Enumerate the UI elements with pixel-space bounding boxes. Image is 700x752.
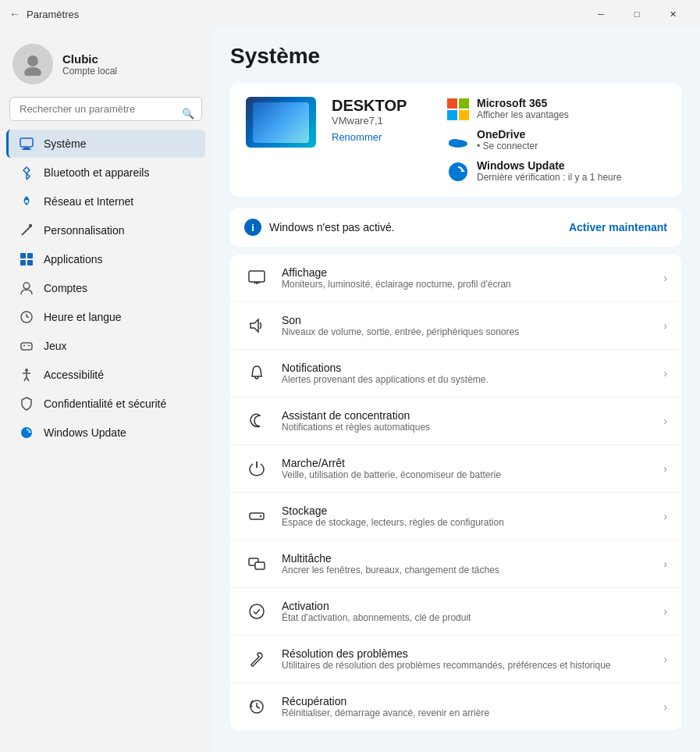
settings-item-desc: Ancrer les fenêtres, bureaux, changement… — [282, 565, 651, 576]
close-button[interactable]: ✕ — [655, 3, 691, 25]
settings-item-text: Assistant de concentrationNotifications … — [282, 409, 651, 433]
settings-item-affichage[interactable]: AffichageMoniteurs, luminosité, éclairag… — [230, 255, 681, 302]
user-type: Compte local — [62, 66, 117, 77]
sidebar-item-accessibilite[interactable]: Accessibilité — [6, 361, 205, 389]
sidebar-item-confidentialite[interactable]: Confidentialité et sécurité — [6, 390, 205, 418]
svg-point-19 — [27, 345, 29, 347]
sidebar-item-applications[interactable]: Applications — [6, 245, 205, 273]
son-icon — [244, 313, 269, 338]
sidebar-item-jeux[interactable]: Jeux — [6, 332, 205, 360]
settings-item-title: Son — [282, 314, 651, 326]
settings-item-activation[interactable]: ActivationÉtat d'activation, abonnements… — [230, 588, 681, 636]
settings-item-text: Résolution des problèmesUtilitaires de r… — [282, 647, 651, 671]
comptes-icon — [19, 280, 34, 296]
settings-item-resolution[interactable]: Résolution des problèmesUtilitaires de r… — [230, 636, 681, 683]
bluetooth-icon — [19, 165, 34, 180]
settings-item-desc: Veille, utilisation de batterie, économi… — [282, 469, 651, 480]
svg-rect-2 — [20, 138, 33, 147]
service-info: Microsoft 365Afficher les avantages — [477, 97, 569, 120]
settings-item-text: MultitâcheAncrer les fenêtres, bureaux, … — [282, 552, 651, 576]
svg-rect-8 — [20, 253, 26, 258]
titlebar-left: ← Paramètres — [9, 8, 79, 20]
settings-item-title: Notifications — [282, 362, 651, 374]
svg-rect-41 — [250, 513, 264, 519]
sidebar-item-label: Heure et langue — [44, 311, 122, 323]
chevron-right-icon: › — [663, 272, 667, 284]
settings-item-notifications[interactable]: NotificationsAlertes provenant des appli… — [230, 350, 681, 397]
marche-arret-icon — [244, 456, 269, 481]
personnalisation-icon — [19, 223, 34, 238]
sidebar-item-comptes[interactable]: Comptes — [6, 274, 205, 302]
chevron-right-icon: › — [663, 653, 667, 665]
assistant-icon — [244, 408, 269, 433]
svg-line-24 — [24, 377, 27, 381]
settings-item-text: Marche/ArrêtVeille, utilisation de batte… — [282, 457, 651, 480]
svg-rect-36 — [249, 271, 265, 282]
sidebar-item-personnalisation[interactable]: Personnalisation — [6, 216, 205, 244]
settings-list: AffichageMoniteurs, luminosité, éclairag… — [230, 255, 681, 730]
systeme-icon — [19, 136, 34, 151]
chevron-right-icon: › — [663, 700, 667, 713]
chevron-right-icon: › — [663, 319, 667, 332]
user-profile[interactable]: Clubic Compte local — [0, 36, 211, 97]
service-windowsupdate[interactable]: Windows UpdateDernière vérification : il… — [447, 159, 666, 183]
avatar — [12, 44, 53, 84]
svg-rect-16 — [21, 343, 32, 350]
service-info: OneDrive• Se connecter — [477, 128, 538, 151]
service-name: OneDrive — [477, 128, 538, 141]
sidebar-item-label: Système — [44, 137, 86, 150]
svg-point-5 — [25, 200, 28, 203]
service-action: Dernière vérification : il y a 1 heure — [477, 172, 621, 183]
back-icon[interactable]: ← — [9, 8, 20, 20]
sidebar-item-heure[interactable]: Heure et langue — [6, 303, 205, 331]
service-info: Windows UpdateDernière vérification : il… — [477, 159, 621, 183]
chevron-right-icon: › — [663, 605, 667, 618]
windows-update-icon — [19, 425, 34, 440]
onedrive-icon — [447, 130, 469, 151]
settings-item-assistant[interactable]: Assistant de concentrationNotifications … — [230, 397, 681, 445]
maximize-button[interactable]: □ — [619, 3, 655, 25]
svg-rect-44 — [255, 562, 265, 569]
svg-rect-28 — [447, 98, 457, 109]
settings-item-desc: État d'activation, abonnements, clé de p… — [282, 612, 651, 623]
search-input[interactable] — [9, 97, 202, 121]
sidebar-item-reseau[interactable]: Réseau et Internet — [6, 187, 205, 216]
page-title: Système — [230, 44, 681, 69]
settings-item-stockage[interactable]: StockageEspace de stockage, lecteurs, rè… — [230, 493, 681, 540]
sidebar-item-systeme[interactable]: Système — [6, 130, 205, 158]
sidebar-item-label: Personnalisation — [44, 224, 125, 237]
settings-item-marche-arret[interactable]: Marche/ArrêtVeille, utilisation de batte… — [230, 445, 681, 493]
confidentialite-icon — [19, 396, 34, 412]
search-container: 🔍 — [0, 97, 211, 129]
service-onedrive[interactable]: OneDrive• Se connecter — [447, 128, 666, 151]
info-icon: i — [244, 219, 261, 236]
system-sub: VMware7,1 — [332, 115, 432, 127]
settings-item-title: Multitâche — [282, 552, 651, 565]
multitache-icon — [244, 551, 269, 576]
settings-item-multitache[interactable]: MultitâcheAncrer les fenêtres, bureaux, … — [230, 540, 681, 588]
svg-point-0 — [27, 55, 38, 66]
sidebar-item-windows-update[interactable]: Windows Update — [6, 419, 205, 447]
svg-rect-29 — [459, 98, 469, 109]
minimize-button[interactable]: ─ — [583, 3, 619, 25]
service-microsoft365[interactable]: Microsoft 365Afficher les avantages — [447, 97, 666, 120]
stockage-icon — [244, 504, 269, 529]
sidebar-item-bluetooth[interactable]: Bluetooth et appareils — [6, 159, 205, 187]
titlebar-controls: ─ □ ✕ — [583, 3, 691, 25]
svg-point-12 — [23, 283, 30, 289]
settings-item-desc: Moniteurs, luminosité, éclairage nocturn… — [282, 279, 651, 290]
svg-rect-9 — [27, 253, 33, 258]
sidebar-item-label: Windows Update — [44, 426, 126, 439]
settings-item-son[interactable]: SonNiveaux de volume, sortie, entrée, pé… — [230, 302, 681, 350]
settings-item-text: SonNiveaux de volume, sortie, entrée, pé… — [282, 314, 651, 337]
system-services: Microsoft 365Afficher les avantagesOneDr… — [447, 97, 666, 183]
chevron-right-icon: › — [663, 558, 667, 570]
rename-link[interactable]: Renommer — [332, 131, 382, 143]
chevron-right-icon: › — [663, 510, 667, 522]
svg-rect-31 — [459, 110, 469, 120]
activate-link[interactable]: Activer maintenant — [569, 221, 667, 233]
system-image — [246, 97, 316, 148]
nav-list: SystèmeBluetooth et appareilsRéseau et I… — [0, 129, 211, 447]
settings-item-title: Récupération — [282, 695, 651, 707]
settings-item-recuperation[interactable]: RécupérationRéinitialiser, démarrage ava… — [230, 683, 681, 730]
